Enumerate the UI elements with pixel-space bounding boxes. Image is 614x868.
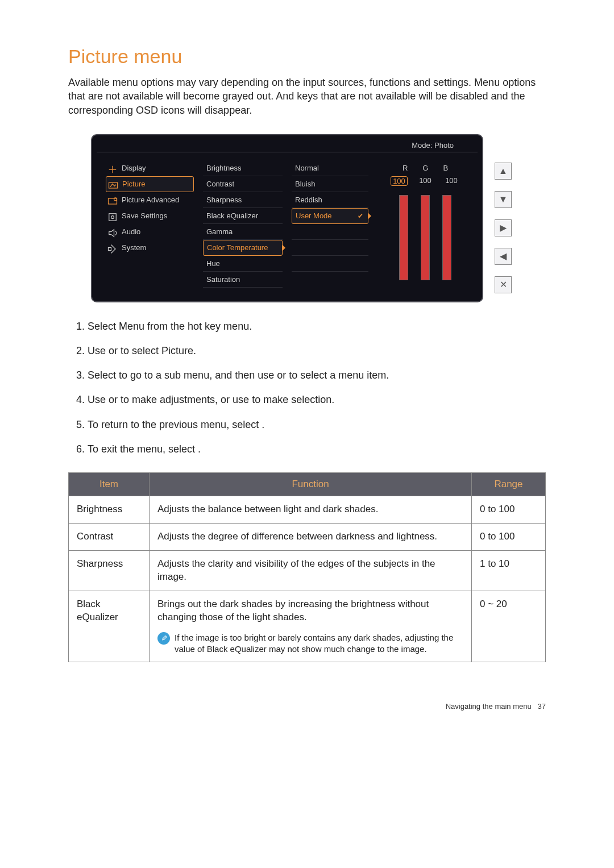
main-menu-picture[interactable]: Picture (106, 176, 194, 192)
down-button-icon[interactable]: ▼ (495, 191, 512, 208)
side-button-column: ▲▼▶◀✕ (495, 163, 512, 293)
rgb-label-b: B (443, 164, 448, 172)
main-menu-column: DisplayPicturePicture AdvancedSave Setti… (106, 160, 194, 288)
up-button-icon[interactable]: ▲ (495, 163, 512, 180)
step-5: To return to the previous menu, select . (88, 418, 546, 432)
right-button-icon[interactable]: ▶ (495, 219, 512, 236)
ct-option-blank (292, 240, 368, 256)
menu-label: Audio (122, 227, 140, 236)
sub-menu-saturation[interactable]: Saturation (203, 272, 283, 288)
svg-rect-5 (109, 247, 111, 250)
table-row: SharpnessAdjusts the clarity and visibil… (69, 550, 546, 591)
cell-range: 0 ~ 20 (472, 591, 546, 662)
menu-label: System (122, 243, 146, 252)
table-row: Black eQualizerBrings out the dark shade… (69, 591, 546, 662)
step-3: Select to go to a sub menu, and then use… (88, 368, 546, 383)
rgb-panel: RGB 100100100 (377, 160, 473, 288)
table-header-item: Item (69, 473, 150, 496)
cell-item: Brightness (69, 496, 150, 524)
ct-option-reddish[interactable]: Reddish (292, 192, 368, 208)
svg-rect-1 (109, 198, 117, 204)
cell-function: Brings out the dark shades by increasing… (150, 591, 472, 662)
close-button-icon[interactable]: ✕ (495, 276, 512, 293)
step-1: Select Menu from the hot key menu. (88, 319, 546, 334)
osd-panel: Mode: Photo DisplayPicturePicture Advanc… (91, 134, 483, 302)
step-2: Use or to select Picture. (88, 344, 546, 358)
cell-function: Adjusts the clarity and visibility of th… (150, 550, 472, 591)
step-6: To exit the menu, select . (88, 442, 546, 456)
cell-range: 0 to 100 (472, 523, 546, 550)
page-footer: Navigating the main menu 37 (68, 702, 546, 711)
menu-icon (107, 180, 119, 189)
settings-table: ItemFunctionRange BrightnessAdjusts the … (68, 472, 546, 662)
menu-label: Save Settings (122, 211, 167, 220)
rgb-value-b[interactable]: 100 (443, 176, 460, 186)
table-header-range: Range (472, 473, 546, 496)
menu-icon (107, 227, 118, 236)
sub-menu-contrast[interactable]: Contrast (203, 176, 283, 192)
step-4: Use or to make adjustments, or use to ma… (88, 393, 546, 407)
osd-screenshot: Mode: Photo DisplayPicturePicture Advanc… (91, 134, 546, 302)
cell-range: 0 to 100 (472, 496, 546, 524)
table-row: ContrastAdjusts the degree of difference… (69, 523, 546, 550)
menu-label: Picture (122, 180, 145, 188)
rgb-value-g[interactable]: 100 (417, 176, 434, 186)
cell-function: Adjusts the balance between light and da… (150, 496, 472, 524)
main-menu-picture-advanced[interactable]: Picture Advanced (106, 192, 194, 208)
menu-icon (107, 243, 118, 252)
cell-range: 1 to 10 (472, 550, 546, 591)
menu-label: Display (122, 164, 146, 172)
sub-menu-black-equalizer[interactable]: Black eQualizer (203, 208, 283, 224)
main-menu-save-settings[interactable]: Save Settings (106, 208, 194, 224)
svg-point-4 (111, 215, 114, 218)
menu-icon (107, 196, 118, 205)
sub-menu-column: BrightnessContrastSharpnessBlack eQualiz… (203, 160, 283, 288)
ct-option-normal[interactable]: Normal (292, 160, 368, 176)
svg-rect-3 (109, 214, 117, 221)
cell-item: Black eQualizer (69, 591, 150, 662)
note-icon (157, 632, 170, 645)
left-button-icon[interactable]: ◀ (495, 248, 512, 265)
main-menu-display[interactable]: Display (106, 160, 194, 176)
rgb-value-r[interactable]: 100 (391, 176, 408, 186)
page-title: Picture menu (68, 45, 546, 68)
table-header-function: Function (150, 473, 472, 496)
rgb-bar-b[interactable] (442, 195, 451, 280)
intro-text: Available menu options may vary dependin… (68, 76, 546, 117)
cell-item: Contrast (69, 523, 150, 550)
sub-menu-hue[interactable]: Hue (203, 256, 283, 272)
table-row: BrightnessAdjusts the balance between li… (69, 496, 546, 524)
menu-icon (107, 164, 118, 173)
menu-label: Picture Advanced (122, 196, 179, 204)
rgb-bar-g[interactable] (421, 195, 430, 280)
rgb-label-r: R (403, 164, 408, 172)
main-menu-system[interactable]: System (106, 240, 194, 256)
ct-option-user-mode[interactable]: User Mode (292, 208, 368, 224)
ct-option-bluish[interactable]: Bluish (292, 176, 368, 192)
cell-function: Adjusts the degree of difference between… (150, 523, 472, 550)
cell-item: Sharpness (69, 550, 150, 591)
rgb-label-g: G (422, 164, 428, 172)
sub-menu-brightness[interactable]: Brightness (203, 160, 283, 176)
rgb-bar-r[interactable] (399, 195, 408, 280)
menu-icon (107, 211, 118, 221)
main-menu-audio[interactable]: Audio (106, 224, 194, 240)
sub-menu-color-temperature[interactable]: Color Temperature (203, 240, 283, 256)
sub-menu-gamma[interactable]: Gamma (203, 224, 283, 240)
svg-rect-0 (109, 182, 118, 188)
mode-label: Mode: Photo (92, 135, 482, 152)
ct-option-blank (292, 256, 368, 272)
sub-menu-sharpness[interactable]: Sharpness (203, 192, 283, 208)
ct-option-blank (292, 224, 368, 240)
options-column: NormalBluishReddishUser Mode (292, 160, 368, 288)
steps-list: Select Menu from the hot key menu.Use or… (88, 319, 546, 456)
